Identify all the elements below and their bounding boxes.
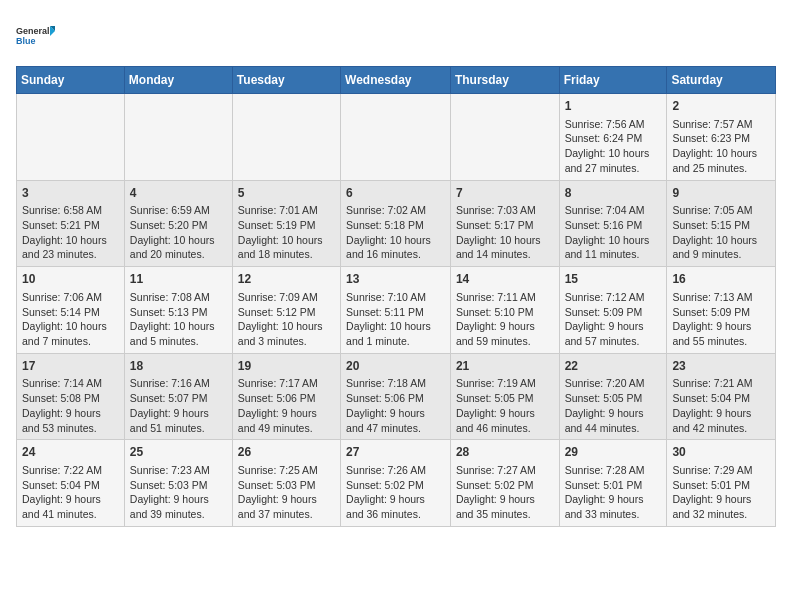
calendar-week-4: 17Sunrise: 7:14 AMSunset: 5:08 PMDayligh… (17, 353, 776, 440)
day-info: Daylight: 10 hours and 7 minutes. (22, 319, 119, 348)
calendar-week-2: 3Sunrise: 6:58 AMSunset: 5:21 PMDaylight… (17, 180, 776, 267)
day-info: Daylight: 10 hours and 3 minutes. (238, 319, 335, 348)
day-info: Daylight: 9 hours and 39 minutes. (130, 492, 227, 521)
day-number: 18 (130, 358, 227, 375)
day-info: Daylight: 10 hours and 14 minutes. (456, 233, 554, 262)
day-number: 17 (22, 358, 119, 375)
day-info: Sunset: 5:15 PM (672, 218, 770, 233)
day-info: Sunset: 5:01 PM (565, 478, 662, 493)
day-info: Sunrise: 7:29 AM (672, 463, 770, 478)
day-info: Sunrise: 7:18 AM (346, 376, 445, 391)
calendar-header: SundayMondayTuesdayWednesdayThursdayFrid… (17, 67, 776, 94)
logo-icon: General Blue (16, 16, 56, 56)
calendar-cell: 4Sunrise: 6:59 AMSunset: 5:20 PMDaylight… (124, 180, 232, 267)
day-number: 1 (565, 98, 662, 115)
header: General Blue (16, 16, 776, 56)
day-info: Daylight: 10 hours and 25 minutes. (672, 146, 770, 175)
day-info: Sunrise: 7:57 AM (672, 117, 770, 132)
day-info: Sunset: 5:04 PM (22, 478, 119, 493)
day-info: Sunset: 5:01 PM (672, 478, 770, 493)
day-info: Sunset: 5:11 PM (346, 305, 445, 320)
calendar-cell: 24Sunrise: 7:22 AMSunset: 5:04 PMDayligh… (17, 440, 125, 527)
day-info: Sunset: 5:20 PM (130, 218, 227, 233)
day-info: Sunset: 5:06 PM (346, 391, 445, 406)
day-info: Daylight: 9 hours and 49 minutes. (238, 406, 335, 435)
svg-text:Blue: Blue (16, 36, 36, 46)
calendar-cell: 14Sunrise: 7:11 AMSunset: 5:10 PMDayligh… (450, 267, 559, 354)
day-number: 22 (565, 358, 662, 375)
calendar-cell: 6Sunrise: 7:02 AMSunset: 5:18 PMDaylight… (341, 180, 451, 267)
day-header-sunday: Sunday (17, 67, 125, 94)
day-info: Daylight: 9 hours and 32 minutes. (672, 492, 770, 521)
day-number: 21 (456, 358, 554, 375)
calendar-cell (124, 94, 232, 181)
day-info: Sunset: 5:19 PM (238, 218, 335, 233)
day-info: Sunset: 5:17 PM (456, 218, 554, 233)
day-number: 4 (130, 185, 227, 202)
day-info: Daylight: 10 hours and 20 minutes. (130, 233, 227, 262)
day-info: Sunset: 5:02 PM (456, 478, 554, 493)
day-info: Sunrise: 7:21 AM (672, 376, 770, 391)
calendar-cell (341, 94, 451, 181)
day-number: 8 (565, 185, 662, 202)
day-info: Sunrise: 7:11 AM (456, 290, 554, 305)
day-number: 26 (238, 444, 335, 461)
day-info: Sunrise: 7:19 AM (456, 376, 554, 391)
day-info: Daylight: 9 hours and 53 minutes. (22, 406, 119, 435)
calendar-cell: 5Sunrise: 7:01 AMSunset: 5:19 PMDaylight… (232, 180, 340, 267)
calendar-cell (450, 94, 559, 181)
day-info: Daylight: 9 hours and 55 minutes. (672, 319, 770, 348)
day-number: 10 (22, 271, 119, 288)
day-number: 6 (346, 185, 445, 202)
day-info: Daylight: 10 hours and 11 minutes. (565, 233, 662, 262)
calendar-cell: 20Sunrise: 7:18 AMSunset: 5:06 PMDayligh… (341, 353, 451, 440)
calendar-cell (232, 94, 340, 181)
day-info: Sunset: 6:23 PM (672, 131, 770, 146)
day-info: Daylight: 10 hours and 27 minutes. (565, 146, 662, 175)
day-header-thursday: Thursday (450, 67, 559, 94)
day-info: Daylight: 9 hours and 35 minutes. (456, 492, 554, 521)
calendar-cell: 7Sunrise: 7:03 AMSunset: 5:17 PMDaylight… (450, 180, 559, 267)
day-info: Sunset: 5:05 PM (565, 391, 662, 406)
day-info: Sunset: 5:14 PM (22, 305, 119, 320)
calendar-cell: 16Sunrise: 7:13 AMSunset: 5:09 PMDayligh… (667, 267, 776, 354)
calendar-cell: 27Sunrise: 7:26 AMSunset: 5:02 PMDayligh… (341, 440, 451, 527)
day-info: Sunrise: 7:22 AM (22, 463, 119, 478)
day-info: Sunset: 5:13 PM (130, 305, 227, 320)
day-info: Sunset: 5:16 PM (565, 218, 662, 233)
calendar-cell: 21Sunrise: 7:19 AMSunset: 5:05 PMDayligh… (450, 353, 559, 440)
day-number: 27 (346, 444, 445, 461)
day-number: 19 (238, 358, 335, 375)
day-info: Sunset: 5:02 PM (346, 478, 445, 493)
day-header-saturday: Saturday (667, 67, 776, 94)
day-info: Sunset: 5:09 PM (565, 305, 662, 320)
logo: General Blue (16, 16, 56, 56)
calendar-cell: 30Sunrise: 7:29 AMSunset: 5:01 PMDayligh… (667, 440, 776, 527)
day-number: 14 (456, 271, 554, 288)
calendar-cell: 13Sunrise: 7:10 AMSunset: 5:11 PMDayligh… (341, 267, 451, 354)
day-info: Sunset: 5:07 PM (130, 391, 227, 406)
days-of-week-row: SundayMondayTuesdayWednesdayThursdayFrid… (17, 67, 776, 94)
day-info: Sunrise: 7:09 AM (238, 290, 335, 305)
calendar-week-3: 10Sunrise: 7:06 AMSunset: 5:14 PMDayligh… (17, 267, 776, 354)
day-info: Sunset: 5:03 PM (238, 478, 335, 493)
calendar-week-1: 1Sunrise: 7:56 AMSunset: 6:24 PMDaylight… (17, 94, 776, 181)
day-info: Sunset: 5:10 PM (456, 305, 554, 320)
calendar-cell: 8Sunrise: 7:04 AMSunset: 5:16 PMDaylight… (559, 180, 667, 267)
day-info: Sunrise: 7:01 AM (238, 203, 335, 218)
day-info: Sunset: 5:08 PM (22, 391, 119, 406)
calendar-cell: 18Sunrise: 7:16 AMSunset: 5:07 PMDayligh… (124, 353, 232, 440)
day-info: Daylight: 9 hours and 57 minutes. (565, 319, 662, 348)
day-info: Sunrise: 6:58 AM (22, 203, 119, 218)
calendar-cell: 1Sunrise: 7:56 AMSunset: 6:24 PMDaylight… (559, 94, 667, 181)
calendar-cell: 25Sunrise: 7:23 AMSunset: 5:03 PMDayligh… (124, 440, 232, 527)
calendar-cell: 12Sunrise: 7:09 AMSunset: 5:12 PMDayligh… (232, 267, 340, 354)
day-info: Sunrise: 7:23 AM (130, 463, 227, 478)
day-info: Sunset: 5:21 PM (22, 218, 119, 233)
day-info: Sunset: 5:09 PM (672, 305, 770, 320)
day-info: Sunset: 5:18 PM (346, 218, 445, 233)
calendar-cell: 17Sunrise: 7:14 AMSunset: 5:08 PMDayligh… (17, 353, 125, 440)
calendar-cell: 10Sunrise: 7:06 AMSunset: 5:14 PMDayligh… (17, 267, 125, 354)
day-info: Daylight: 9 hours and 33 minutes. (565, 492, 662, 521)
day-info: Daylight: 9 hours and 44 minutes. (565, 406, 662, 435)
